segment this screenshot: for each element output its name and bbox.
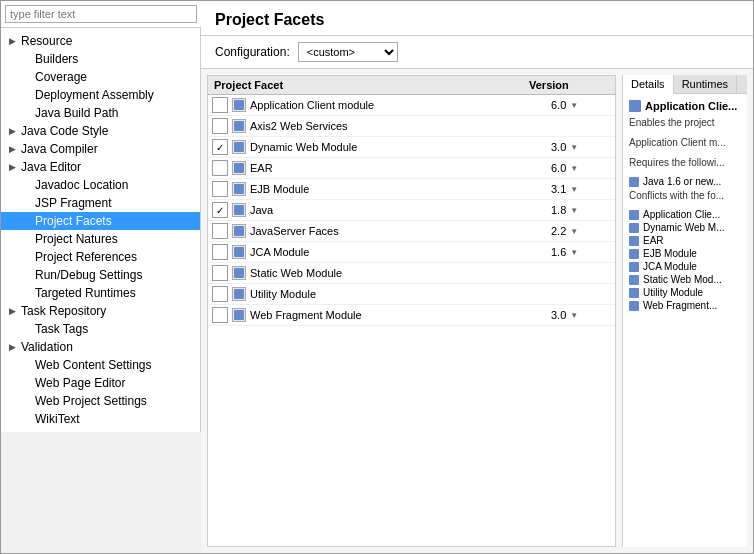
conflict-item-label-5: Static Web Mod... bbox=[643, 274, 722, 285]
sidebar-item-project-facets[interactable]: Project Facets bbox=[1, 212, 200, 230]
sidebar-arrow-resource: ▶ bbox=[9, 36, 19, 46]
sidebar-item-deployment-assembly[interactable]: Deployment Assembly bbox=[1, 86, 200, 104]
main-panel: Project Facets Configuration: <custom> P… bbox=[201, 1, 753, 553]
config-dropdown[interactable]: <custom> bbox=[298, 42, 398, 62]
facet-version-value-6: 2.2 bbox=[551, 225, 566, 237]
sidebar-item-project-references[interactable]: Project References bbox=[1, 248, 200, 266]
version-dropdown-arrow-4[interactable]: ▼ bbox=[570, 185, 578, 194]
conflict-item-icon-3 bbox=[629, 249, 639, 259]
facet-checkbox-5[interactable]: ✓ bbox=[212, 202, 228, 218]
page-title: Project Facets bbox=[201, 1, 753, 36]
facet-checkbox-3[interactable] bbox=[212, 160, 228, 176]
facet-checkbox-10[interactable] bbox=[212, 307, 228, 323]
properties-window: ▶ResourceBuildersCoverageDeployment Asse… bbox=[0, 0, 754, 554]
facet-version-value-4: 3.1 bbox=[551, 183, 566, 195]
sidebar-item-builders[interactable]: Builders bbox=[1, 50, 200, 68]
facet-name-4: EJB Module bbox=[250, 183, 551, 195]
facet-row-4[interactable]: EJB Module3.1▼ bbox=[208, 179, 615, 200]
sidebar-arrow-task-repository: ▶ bbox=[9, 306, 19, 316]
version-dropdown-arrow-7[interactable]: ▼ bbox=[570, 248, 578, 257]
facet-checkbox-6[interactable] bbox=[212, 223, 228, 239]
sidebar-label-deployment-assembly: Deployment Assembly bbox=[35, 88, 154, 102]
details-text-4: Conflicts with the fo... bbox=[629, 189, 741, 203]
sidebar-item-jsp-fragment[interactable]: JSP Fragment bbox=[1, 194, 200, 212]
facet-checkbox-7[interactable] bbox=[212, 244, 228, 260]
sidebar-item-project-natures[interactable]: Project Natures bbox=[1, 230, 200, 248]
facet-name-6: JavaServer Faces bbox=[250, 225, 551, 237]
facet-row-5[interactable]: ✓Java1.8▼ bbox=[208, 200, 615, 221]
sidebar-item-web-project-settings[interactable]: Web Project Settings bbox=[1, 392, 200, 410]
sidebar-item-javadoc-location[interactable]: Javadoc Location bbox=[1, 176, 200, 194]
facet-row-8[interactable]: Static Web Module bbox=[208, 263, 615, 284]
content-area: ▶ResourceBuildersCoverageDeployment Asse… bbox=[1, 1, 753, 553]
conflict-item-3: EJB Module bbox=[629, 248, 741, 259]
sidebar-label-web-project-settings: Web Project Settings bbox=[35, 394, 147, 408]
facet-row-7[interactable]: JCA Module1.6▼ bbox=[208, 242, 615, 263]
facet-icon-3 bbox=[232, 161, 246, 175]
sidebar-item-task-tags[interactable]: Task Tags bbox=[1, 320, 200, 338]
sidebar-label-builders: Builders bbox=[35, 52, 78, 66]
facet-version-value-0: 6.0 bbox=[551, 99, 566, 111]
version-dropdown-arrow-6[interactable]: ▼ bbox=[570, 227, 578, 236]
sidebar-item-resource[interactable]: ▶Resource bbox=[1, 32, 200, 50]
facet-row-2[interactable]: ✓Dynamic Web Module3.0▼ bbox=[208, 137, 615, 158]
facet-checkbox-0[interactable] bbox=[212, 97, 228, 113]
sidebar-item-wikitext[interactable]: WikiText bbox=[1, 410, 200, 428]
version-dropdown-arrow-0[interactable]: ▼ bbox=[570, 101, 578, 110]
config-label: Configuration: bbox=[215, 45, 290, 59]
facet-checkbox-1[interactable] bbox=[212, 118, 228, 134]
sidebar-label-task-tags: Task Tags bbox=[35, 322, 88, 336]
sidebar-label-project-references: Project References bbox=[35, 250, 137, 264]
sidebar-item-task-repository[interactable]: ▶Task Repository bbox=[1, 302, 200, 320]
config-row: Configuration: <custom> bbox=[201, 36, 753, 69]
sidebar-label-java-compiler: Java Compiler bbox=[21, 142, 98, 156]
sidebar-item-java-editor[interactable]: ▶Java Editor bbox=[1, 158, 200, 176]
facet-icon-1 bbox=[232, 119, 246, 133]
details-tab-runtimes[interactable]: Runtimes bbox=[674, 75, 737, 93]
sidebar-item-java-build-path[interactable]: Java Build Path bbox=[1, 104, 200, 122]
sidebar-item-validation[interactable]: ▶Validation bbox=[1, 338, 200, 356]
version-dropdown-arrow-3[interactable]: ▼ bbox=[570, 164, 578, 173]
facet-row-6[interactable]: JavaServer Faces2.2▼ bbox=[208, 221, 615, 242]
sidebar-item-web-content-settings[interactable]: Web Content Settings bbox=[1, 356, 200, 374]
facet-row-1[interactable]: Axis2 Web Services bbox=[208, 116, 615, 137]
details-text-1: Enables the project bbox=[629, 116, 741, 130]
sidebar-item-java-code-style[interactable]: ▶Java Code Style bbox=[1, 122, 200, 140]
facet-checkbox-4[interactable] bbox=[212, 181, 228, 197]
facet-checkbox-9[interactable] bbox=[212, 286, 228, 302]
facet-checkbox-2[interactable]: ✓ bbox=[212, 139, 228, 155]
conflict-item-2: EAR bbox=[629, 235, 741, 246]
facet-row-3[interactable]: EAR6.0▼ bbox=[208, 158, 615, 179]
sidebar-item-web-page-editor[interactable]: Web Page Editor bbox=[1, 374, 200, 392]
facets-header-version: Version bbox=[529, 79, 609, 91]
facet-name-5: Java bbox=[250, 204, 551, 216]
facet-row-10[interactable]: Web Fragment Module3.0▼ bbox=[208, 305, 615, 326]
version-dropdown-arrow-2[interactable]: ▼ bbox=[570, 143, 578, 152]
conflict-item-icon-7 bbox=[629, 301, 639, 311]
details-tab-details[interactable]: Details bbox=[623, 75, 674, 94]
version-dropdown-arrow-10[interactable]: ▼ bbox=[570, 311, 578, 320]
sidebar-item-java-compiler[interactable]: ▶Java Compiler bbox=[1, 140, 200, 158]
facet-checkbox-8[interactable] bbox=[212, 265, 228, 281]
sidebar-item-coverage[interactable]: Coverage bbox=[1, 68, 200, 86]
facet-icon-2 bbox=[232, 140, 246, 154]
sidebar-arrow-java-code-style: ▶ bbox=[9, 126, 19, 136]
sidebar-label-targeted-runtimes: Targeted Runtimes bbox=[35, 286, 136, 300]
facet-name-3: EAR bbox=[250, 162, 551, 174]
conflict-item-label-3: EJB Module bbox=[643, 248, 697, 259]
search-input[interactable] bbox=[5, 5, 197, 23]
facet-icon-5 bbox=[232, 203, 246, 217]
facet-version-0: 6.0▼ bbox=[551, 99, 611, 111]
version-dropdown-arrow-5[interactable]: ▼ bbox=[570, 206, 578, 215]
facet-row-0[interactable]: Application Client module6.0▼ bbox=[208, 95, 615, 116]
facet-icon-9 bbox=[232, 287, 246, 301]
sidebar-label-project-natures: Project Natures bbox=[35, 232, 118, 246]
sidebar-label-resource: Resource bbox=[21, 34, 72, 48]
sidebar-item-run-debug-settings[interactable]: Run/Debug Settings bbox=[1, 266, 200, 284]
sidebar-item-targeted-runtimes[interactable]: Targeted Runtimes bbox=[1, 284, 200, 302]
facets-header: Project Facet Version bbox=[208, 76, 615, 95]
facet-name-7: JCA Module bbox=[250, 246, 551, 258]
sidebar-label-task-repository: Task Repository bbox=[21, 304, 106, 318]
facet-row-9[interactable]: Utility Module bbox=[208, 284, 615, 305]
sidebar-label-jsp-fragment: JSP Fragment bbox=[35, 196, 111, 210]
